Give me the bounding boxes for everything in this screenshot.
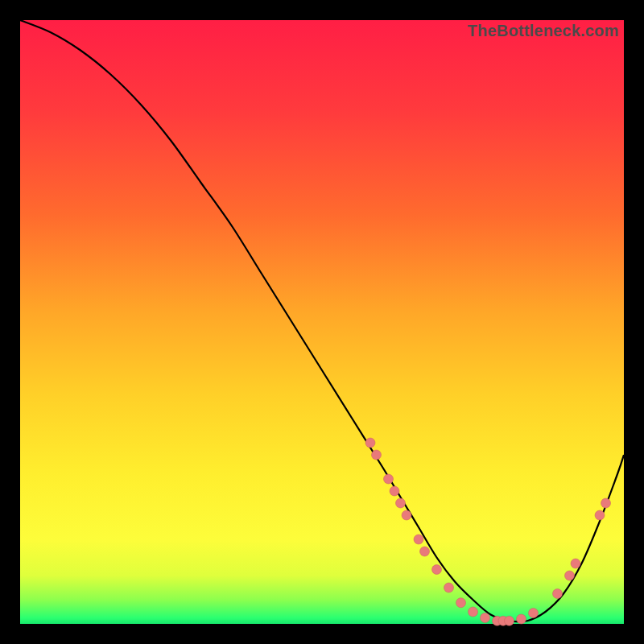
data-marker (565, 571, 575, 580)
data-marker (469, 607, 478, 617)
data-marker (505, 616, 514, 625)
data-marker (571, 559, 580, 568)
data-marker (444, 583, 454, 592)
data-marker (601, 498, 611, 508)
bottleneck-markers-group (365, 438, 611, 625)
data-marker (402, 510, 411, 520)
data-marker (529, 609, 539, 618)
data-marker (414, 535, 423, 544)
data-marker (372, 450, 382, 460)
data-marker (481, 613, 490, 623)
bottleneck-curve-path (20, 20, 624, 621)
bottleneck-curve-svg (20, 20, 624, 624)
data-marker (396, 498, 406, 508)
data-marker (517, 614, 526, 624)
data-marker (553, 589, 563, 599)
data-marker (384, 474, 394, 484)
data-marker (456, 598, 466, 608)
chart-frame: TheBottleneck.com (20, 20, 624, 624)
data-marker (432, 565, 442, 575)
gradient-plot-area: TheBottleneck.com (20, 20, 624, 624)
data-marker (595, 510, 605, 520)
data-marker (420, 547, 430, 556)
data-marker (365, 438, 375, 448)
data-marker (390, 486, 399, 496)
